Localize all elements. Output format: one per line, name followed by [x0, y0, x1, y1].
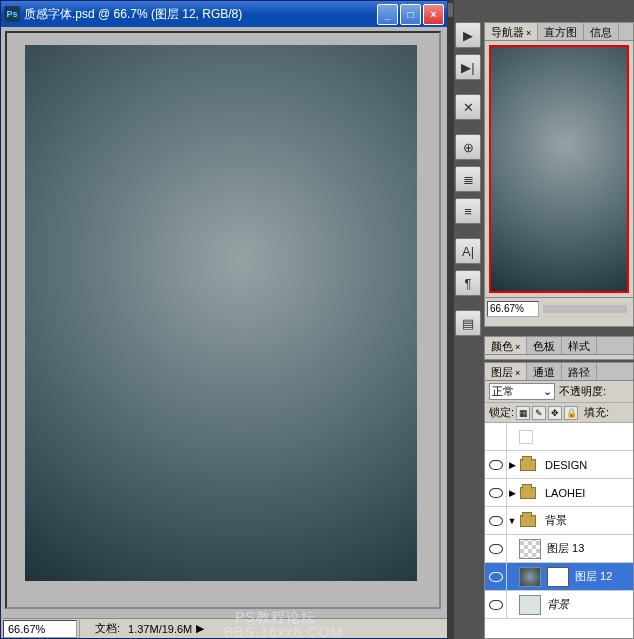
- disclosure-triangle-icon[interactable]: ▼: [507, 516, 517, 526]
- folder-icon: [517, 511, 539, 531]
- layer-thumb: [519, 430, 533, 444]
- document-window: Ps 质感字体.psd @ 66.7% (图层 12, RGB/8) _ □ ×…: [0, 0, 448, 639]
- tab-navigator[interactable]: 导航器×: [485, 23, 538, 40]
- lock-label: 锁定:: [489, 405, 514, 420]
- maximize-icon: □: [407, 9, 413, 20]
- minimize-button[interactable]: _: [377, 4, 398, 25]
- navigator-footer: [485, 297, 633, 319]
- navigator-preview[interactable]: [489, 45, 629, 293]
- tab-close-icon[interactable]: ×: [515, 368, 520, 378]
- color-tabs: 颜色× 色板 样式: [485, 337, 633, 355]
- layer-name[interactable]: 背景: [543, 513, 631, 528]
- layers-panel: 图层× 通道 路径 正常⌄ 不透明度: 锁定: ▦ ✎ ✥ 🔒 填充: ▶ DE…: [484, 362, 634, 639]
- visibility-toggle[interactable]: [485, 451, 507, 478]
- tab-close-icon[interactable]: ×: [515, 342, 520, 352]
- layer-thumb: [519, 539, 541, 559]
- blend-row: 正常⌄ 不透明度:: [485, 381, 633, 403]
- tab-paths[interactable]: 路径: [562, 363, 597, 380]
- dock-bar[interactable]: [447, 0, 454, 639]
- layer-row[interactable]: 图层 13: [485, 535, 633, 563]
- layers-tabs: 图层× 通道 路径: [485, 363, 633, 381]
- visibility-toggle[interactable]: [485, 507, 507, 534]
- doc-label: 文档:: [91, 621, 124, 636]
- tab-layers[interactable]: 图层×: [485, 363, 527, 380]
- lock-pixels-icon[interactable]: ✎: [532, 406, 546, 420]
- zoom-input[interactable]: [3, 620, 77, 638]
- canvas-area[interactable]: [5, 31, 441, 609]
- visibility-toggle[interactable]: [485, 423, 507, 450]
- layer-list: ▶ DESIGN ▶ LAOHEI ▼ 背景 图层 13 图层 12: [485, 423, 633, 638]
- folder-icon: [517, 483, 539, 503]
- fill-label: 填充:: [584, 405, 609, 420]
- layer-thumb: [519, 595, 541, 615]
- dock-handle-icon[interactable]: [448, 3, 453, 17]
- layer-name[interactable]: 图层 13: [545, 541, 631, 556]
- blend-mode-select[interactable]: 正常⌄: [489, 383, 555, 400]
- tool-play[interactable]: ▶: [455, 22, 481, 48]
- folder-icon: [517, 455, 539, 475]
- visibility-toggle[interactable]: [485, 563, 507, 590]
- chevron-down-icon: ⌄: [543, 385, 552, 398]
- tab-info[interactable]: 信息: [584, 23, 619, 40]
- visibility-toggle[interactable]: [485, 479, 507, 506]
- titlebar[interactable]: Ps 质感字体.psd @ 66.7% (图层 12, RGB/8) _ □ ×: [1, 1, 447, 27]
- tab-swatches[interactable]: 色板: [527, 337, 562, 354]
- layer-name[interactable]: 图层 12: [573, 569, 631, 584]
- disclosure-triangle-icon[interactable]: ▶: [507, 460, 517, 470]
- layer-row[interactable]: ▶ DESIGN: [485, 451, 633, 479]
- lock-all-icon[interactable]: 🔒: [564, 406, 578, 420]
- status-caret-icon[interactable]: ▶: [196, 622, 204, 635]
- navigator-zoom-slider[interactable]: [543, 305, 627, 313]
- opacity-label: 不透明度:: [559, 384, 606, 399]
- layer-mask-thumb[interactable]: [547, 567, 569, 587]
- navigator-tabs: 导航器× 直方图 信息: [485, 23, 633, 41]
- maximize-button[interactable]: □: [400, 4, 421, 25]
- close-icon: ×: [431, 9, 437, 20]
- layer-row[interactable]: 背景: [485, 591, 633, 619]
- navigator-zoom-input[interactable]: [487, 301, 539, 317]
- tool-step[interactable]: ▶|: [455, 54, 481, 80]
- tool-panel[interactable]: ▤: [455, 310, 481, 336]
- tab-close-icon[interactable]: ×: [526, 28, 531, 38]
- status-bar: 文档: 1.37M/19.6M ▶: [3, 618, 447, 638]
- window-title: 质感字体.psd @ 66.7% (图层 12, RGB/8): [24, 6, 375, 23]
- doc-size: 1.37M/19.6M: [124, 623, 196, 635]
- tool-cross[interactable]: ✕: [455, 94, 481, 120]
- tab-color[interactable]: 颜色×: [485, 337, 527, 354]
- visibility-toggle[interactable]: [485, 535, 507, 562]
- tab-channels[interactable]: 通道: [527, 363, 562, 380]
- visibility-toggle[interactable]: [485, 591, 507, 618]
- tool-palette: ▶ ▶| ✕ ⊕ ≣ ≡ A| ¶ ▤: [455, 22, 483, 336]
- tab-styles[interactable]: 样式: [562, 337, 597, 354]
- minimize-icon: _: [385, 9, 391, 20]
- tool-type[interactable]: A|: [455, 238, 481, 264]
- disclosure-triangle-icon[interactable]: ▶: [507, 488, 517, 498]
- lock-row: 锁定: ▦ ✎ ✥ 🔒 填充:: [485, 403, 633, 423]
- tool-anchor[interactable]: ⊕: [455, 134, 481, 160]
- tab-histogram[interactable]: 直方图: [538, 23, 584, 40]
- layer-name[interactable]: LAOHEI: [543, 487, 631, 499]
- status-divider: [79, 620, 89, 638]
- canvas-content[interactable]: [25, 45, 417, 581]
- layer-name[interactable]: 背景: [545, 597, 631, 612]
- color-panel: 颜色× 色板 样式: [484, 336, 634, 360]
- navigator-panel: 导航器× 直方图 信息: [484, 22, 634, 327]
- tool-paragraph[interactable]: ¶: [455, 270, 481, 296]
- layer-row[interactable]: ▶ LAOHEI: [485, 479, 633, 507]
- lock-position-icon[interactable]: ✥: [548, 406, 562, 420]
- lock-transparency-icon[interactable]: ▦: [516, 406, 530, 420]
- layer-row[interactable]: [485, 423, 633, 451]
- app-icon: Ps: [4, 6, 20, 22]
- tool-list1[interactable]: ≣: [455, 166, 481, 192]
- layer-thumb: [519, 567, 541, 587]
- tool-list2[interactable]: ≡: [455, 198, 481, 224]
- layer-name[interactable]: DESIGN: [543, 459, 631, 471]
- layer-row[interactable]: ▼ 背景: [485, 507, 633, 535]
- layer-row[interactable]: 图层 12: [485, 563, 633, 591]
- close-button[interactable]: ×: [423, 4, 444, 25]
